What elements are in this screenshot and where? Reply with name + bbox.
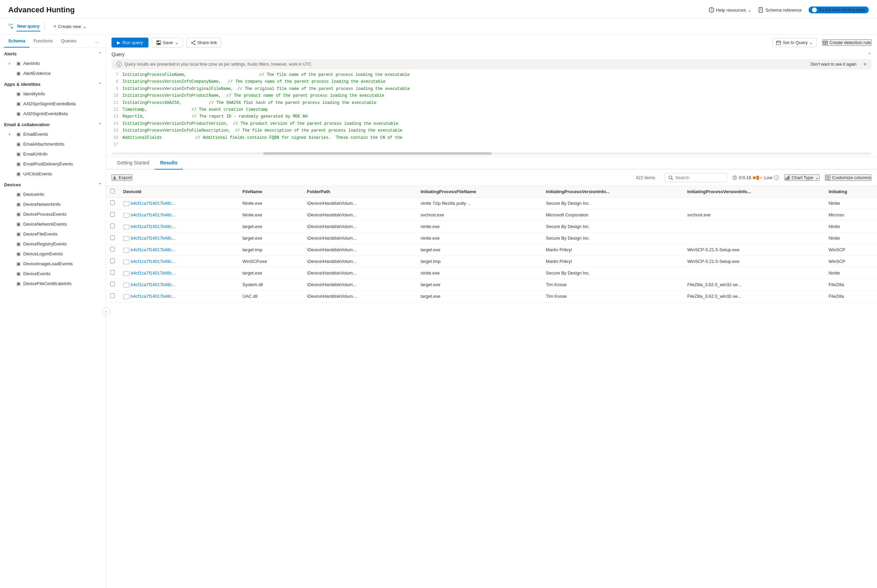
- row-checkbox[interactable]: [110, 212, 115, 217]
- chart-type-button[interactable]: Chart Type ⌄: [784, 174, 819, 181]
- sidebar-more-btn[interactable]: ...: [92, 36, 102, 46]
- dont-show-btn[interactable]: Don't want to see it again: [811, 62, 856, 67]
- deviceid-link[interactable]: b4cf1ca7f14017b48c...: [131, 236, 176, 241]
- col-filename[interactable]: FileName: [239, 186, 303, 198]
- col-initiatingprocessfilename[interactable]: InitiatingProcessFileName: [417, 186, 542, 198]
- sidebar-scroll[interactable]: Alerts ⌃ ∨ ▣ AlertInfo ⋮ ▣ AlertEvidence…: [0, 48, 106, 588]
- new-query-button[interactable]: New query: [17, 21, 41, 32]
- set-in-query-button[interactable]: Set In Query ⌄: [772, 38, 817, 47]
- table-icon: ▣: [17, 271, 21, 276]
- sidebar-item-aadsignin[interactable]: ▣ AADSignInEventsBeta ⋮: [0, 109, 106, 118]
- sidebar-item-deviceprocessevents[interactable]: ▣ DeviceProcessEvents ⋮: [0, 209, 106, 219]
- try-new-toggle[interactable]: Try the new Hunting page: [809, 6, 869, 14]
- deviceid-link[interactable]: b4cf1ca7f14017b48c...: [131, 247, 176, 252]
- cell-col6: WinSCP-5.21.5-Setup.exe: [683, 256, 824, 267]
- line-num-8: 8: [111, 78, 119, 85]
- deviceid-link[interactable]: b4cf1ca7f14017b48c...: [131, 259, 176, 264]
- export-button[interactable]: Export: [111, 174, 132, 181]
- deviceid-link[interactable]: b4cf1ca7f14017b48c...: [131, 201, 176, 206]
- sidebar-item-devicefileevents[interactable]: ▣ DeviceFileEvents ⋮: [0, 229, 106, 239]
- query-header: ▶ Run query Save ⌄ Share link: [106, 35, 877, 50]
- tab-getting-started[interactable]: Getting Started: [111, 157, 155, 170]
- search-box[interactable]: [665, 173, 727, 182]
- col-initiating[interactable]: Initiating: [824, 186, 877, 198]
- plus-icon: +: [53, 23, 56, 29]
- cell-col5: Secure By Design Inc.: [542, 232, 683, 244]
- query-collapse-icon[interactable]: ⌃: [868, 52, 871, 57]
- deviceid-link[interactable]: b4cf1ca7f14017b48c...: [131, 270, 176, 276]
- create-detection-rule-button[interactable]: Create detection rule: [822, 39, 871, 46]
- sidebar-item-deviceevents[interactable]: ▣ DeviceEvents ⋮: [0, 269, 106, 279]
- deviceid-link[interactable]: b4cf1ca7f14017b48c...: [131, 282, 176, 287]
- code-editor[interactable]: 7 InitiatingProcessFileName, // The file…: [106, 72, 877, 151]
- section-alerts-header[interactable]: Alerts ⌃: [0, 48, 106, 58]
- sidebar-item-emailpostdelivery[interactable]: ▣ EmailPostDeliveryEvents ⋮: [0, 159, 106, 169]
- sidebar-item-emailurl[interactable]: ▣ EmailUrlInfo ⋮: [0, 149, 106, 159]
- calendar-icon: [776, 40, 781, 45]
- sidebar-item-deviceregistryevents[interactable]: ▣ DeviceRegistryEvents ⋮: [0, 239, 106, 249]
- section-apps-header[interactable]: Apps & identities ⌃: [0, 78, 106, 89]
- col-deviceid[interactable]: DeviceId: [119, 186, 239, 198]
- sidebar-item-identityinfo[interactable]: ▣ IdentityInfo ⋮: [0, 89, 106, 99]
- deviceid-link[interactable]: b4cf1ca7f14017b48c...: [131, 224, 176, 229]
- cell-folderpath: \Device\HarddiskVolum...: [303, 232, 416, 244]
- code-line-11: 11 InitiatingProcessSHA256,// The SHA256…: [111, 99, 871, 106]
- schema-reference-btn[interactable]: Schema reference: [758, 7, 802, 13]
- share-link-button[interactable]: Share link: [186, 38, 222, 48]
- section-devices-header[interactable]: Devices ⌃: [0, 179, 106, 189]
- cell-folderpath: \Device\HarddiskVolum...: [303, 256, 416, 267]
- save-button[interactable]: Save ⌄: [152, 38, 183, 48]
- sidebar-item-alertevidence[interactable]: ▣ AlertEvidence ⋮: [0, 68, 106, 78]
- deviceid-link[interactable]: b4cf1ca7f14017b48c...: [131, 212, 176, 218]
- info-bar-right: Don't want to see it again ✕: [811, 62, 867, 67]
- row-checkbox[interactable]: [110, 293, 115, 298]
- row-checkbox[interactable]: [110, 235, 115, 240]
- emailevents-label: EmailEvents: [23, 132, 93, 137]
- tab-results[interactable]: Results: [155, 157, 183, 170]
- code-scroll-track[interactable]: [111, 152, 871, 155]
- sidebar-item-urlclickevents[interactable]: ▣ UrlClickEvents ⋮: [0, 169, 106, 179]
- table-container[interactable]: DeviceId FileName FolderPath InitiatingP…: [106, 186, 877, 588]
- row-checkbox-cell: [106, 232, 119, 244]
- sidebar-item-devicefilecert[interactable]: ▣ DeviceFileCertificateInfo ⋮: [0, 279, 106, 288]
- cell-deviceid: b4cf1ca7f14017b48c...: [119, 244, 239, 256]
- alerts-chevron-icon: ⌃: [99, 52, 102, 56]
- col-folderpath[interactable]: FolderPath: [303, 186, 416, 198]
- customize-columns-button[interactable]: Customize columns: [825, 174, 871, 181]
- col-initproc-versioninfo2[interactable]: InitiatingProcessVersionInfo...: [683, 186, 824, 198]
- row-checkbox[interactable]: [110, 200, 115, 205]
- run-query-button[interactable]: ▶ Run query: [111, 38, 149, 48]
- row-checkbox[interactable]: [110, 282, 115, 286]
- section-email-header[interactable]: Email & collaboration ⌃: [0, 118, 106, 129]
- sidebar-item-devicenetworkevents[interactable]: ▣ DeviceNetworkEvents ⋮: [0, 219, 106, 229]
- row-checkbox[interactable]: [110, 247, 115, 252]
- sidebar-item-alertinfo[interactable]: ∨ ▣ AlertInfo ⋮: [0, 58, 106, 68]
- row-checkbox[interactable]: [110, 224, 115, 228]
- select-all-checkbox[interactable]: [110, 189, 115, 194]
- time-info-icon[interactable]: i: [774, 176, 779, 180]
- sidebar-collapse-btn[interactable]: ‹: [102, 308, 110, 315]
- close-info-btn[interactable]: ✕: [863, 62, 867, 67]
- tab-schema[interactable]: Schema: [4, 35, 29, 48]
- help-resources-btn[interactable]: ? Help resources ⌄: [709, 7, 751, 13]
- info-bar-left: i Query results are presented in your lo…: [116, 62, 312, 67]
- row-checkbox[interactable]: [110, 270, 115, 275]
- urlclick-label: UrlClickEvents: [23, 171, 93, 176]
- query-header-right: Set In Query ⌄ Create detection rule: [772, 38, 871, 47]
- sidebar-item-devicenetworkinfo[interactable]: ▣ DeviceNetworkInfo ⋮: [0, 199, 106, 209]
- sidebar-item-emailevents[interactable]: ∨ ▣ EmailEvents ⋮: [0, 129, 106, 139]
- sidebar-item-deviceimageloadevents[interactable]: ▣ DeviceImageLoadEvents ⋮: [0, 259, 106, 269]
- sidebar-item-aadspn[interactable]: ▣ AADSpnSignInEventsBeta ⋮: [0, 99, 106, 109]
- sidebar-item-devicelogonevents[interactable]: ▣ DeviceLogonEvents ⋮: [0, 249, 106, 259]
- create-new-button[interactable]: + Create new ⌄: [49, 21, 91, 32]
- right-panel: ▶ Run query Save ⌄ Share link: [106, 35, 877, 588]
- search-input[interactable]: [675, 175, 723, 180]
- row-checkbox[interactable]: [110, 258, 115, 263]
- items-count: 422 items: [636, 175, 655, 180]
- col-initproc-versioninfo1[interactable]: InitiatingProcessVersionInfo...: [542, 186, 683, 198]
- sidebar-item-emailattachment[interactable]: ▣ EmailAttachmentInfo ⋮: [0, 139, 106, 149]
- tab-queries[interactable]: Queries: [57, 35, 81, 48]
- tab-functions[interactable]: Functions: [29, 35, 57, 48]
- sidebar-item-deviceinfo[interactable]: ▣ DeviceInfo ⋮: [0, 189, 106, 199]
- deviceid-link[interactable]: b4cf1ca7f14017b48c...: [131, 294, 176, 299]
